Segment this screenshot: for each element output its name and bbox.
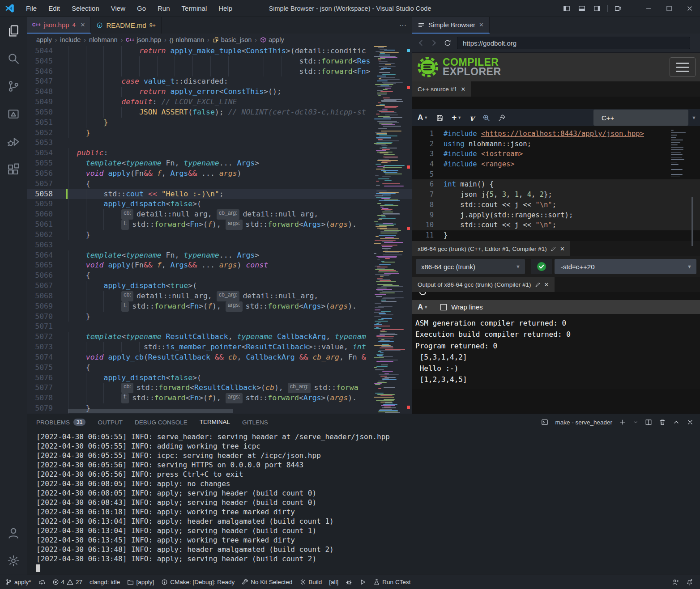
status-problems-status[interactable]: 427 bbox=[49, 575, 86, 589]
pencil-icon[interactable] bbox=[551, 246, 556, 252]
status-notifications[interactable] bbox=[683, 575, 696, 589]
panel-tab-problems[interactable]: PROBLEMS31 bbox=[36, 414, 85, 430]
code-editor[interactable]: 5044return apply_make_tuple<ConstThis>(d… bbox=[27, 46, 412, 414]
close-icon[interactable]: ✕ bbox=[544, 281, 549, 288]
horizontal-scrollbar[interactable] bbox=[68, 409, 233, 413]
add-pane-icon[interactable]: +▼ bbox=[452, 113, 461, 123]
language-select[interactable]: C++ bbox=[593, 110, 688, 126]
menu-view[interactable]: View bbox=[105, 0, 131, 17]
activity-settings-gear-icon[interactable] bbox=[0, 547, 27, 575]
url-input[interactable]: https://godbolt.org bbox=[457, 37, 690, 49]
menu-selection[interactable]: Selection bbox=[66, 0, 105, 17]
save-icon[interactable] bbox=[436, 114, 444, 122]
panel-tab-output[interactable]: OUTPUT bbox=[98, 414, 123, 430]
close-icon[interactable]: ✕ bbox=[479, 21, 484, 28]
font-size-icon[interactable]: A▼ bbox=[418, 113, 428, 122]
activity-source-control-icon[interactable] bbox=[0, 72, 27, 100]
status-launch-target[interactable] bbox=[356, 575, 370, 589]
close-icon[interactable] bbox=[679, 0, 700, 17]
breadcrumb[interactable]: apply›include›nlohmann›C++json.hpp›{}nlo… bbox=[27, 34, 412, 46]
activity-files-icon[interactable] bbox=[0, 17, 27, 45]
breadcrumb-item[interactable]: include bbox=[60, 36, 81, 43]
layout-right-icon[interactable] bbox=[589, 0, 605, 17]
close-icon[interactable]: ✕ bbox=[81, 21, 85, 28]
menu-edit[interactable]: Edit bbox=[43, 0, 66, 17]
browser-code-editor[interactable]: 1#include <https://localhost:8443/apply/… bbox=[412, 126, 700, 241]
status-build-status[interactable]: Build bbox=[296, 575, 325, 589]
layout-panel-icon[interactable] bbox=[574, 0, 589, 17]
close-icon[interactable]: ✕ bbox=[560, 246, 565, 252]
chevron-down-icon[interactable] bbox=[633, 420, 638, 425]
plus-icon[interactable] bbox=[619, 419, 626, 426]
code-line-5051: 5051} bbox=[27, 118, 412, 128]
minimap[interactable] bbox=[374, 46, 405, 414]
chevron-up-icon[interactable] bbox=[673, 419, 680, 426]
panel-tab-debug-console[interactable]: DEBUG CONSOLE bbox=[135, 414, 188, 430]
status-folder-status[interactable]: [apply] bbox=[124, 575, 158, 589]
editor-more-actions[interactable]: ··· bbox=[399, 17, 412, 34]
activity-search-icon[interactable] bbox=[0, 45, 27, 72]
tab-badge: 4 bbox=[73, 22, 76, 28]
source-pane-header: C++ source #1 ✕ bbox=[412, 81, 700, 97]
font-size-icon[interactable]: A▼ bbox=[418, 303, 428, 312]
forward-icon[interactable] bbox=[430, 39, 438, 47]
breadcrumb-item[interactable]: nlohmann bbox=[89, 36, 118, 43]
status-kit-status[interactable]: No Kit Selected bbox=[238, 575, 296, 589]
tab-json.hpp[interactable]: C++json.hpp4✕ bbox=[27, 17, 91, 34]
pin-icon[interactable] bbox=[498, 114, 506, 122]
layout-customize-icon[interactable] bbox=[610, 0, 626, 17]
menu-bar: FileEditSelectionViewGoRunTerminalHelp bbox=[20, 0, 238, 17]
close-icon[interactable] bbox=[687, 419, 694, 426]
menu-run[interactable]: Run bbox=[152, 0, 176, 17]
activity-extensions-icon[interactable] bbox=[0, 156, 27, 183]
breadcrumb-item[interactable]: basic_json bbox=[213, 36, 252, 43]
tab-compiler[interactable]: x86-64 gcc (trunk) (C++, Editor #1, Comp… bbox=[412, 241, 570, 256]
compiler-options-input[interactable]: -std=c++20 ▼ bbox=[555, 259, 696, 274]
activity-account-icon[interactable] bbox=[0, 519, 27, 547]
menu-terminal[interactable]: Terminal bbox=[176, 0, 213, 17]
status-feedback[interactable] bbox=[669, 575, 683, 589]
activity-cmake-icon[interactable] bbox=[0, 100, 27, 128]
maximize-icon[interactable] bbox=[659, 0, 679, 17]
breadcrumb-item[interactable]: apply bbox=[36, 36, 52, 43]
wrap-lines-checkbox[interactable] bbox=[440, 304, 447, 310]
tab-cpp-source[interactable]: C++ source #1 ✕ bbox=[412, 81, 471, 97]
menu-help[interactable]: Help bbox=[213, 0, 238, 17]
tab-simple-browser[interactable]: Simple Browser ✕ bbox=[412, 17, 490, 34]
minimize-icon[interactable] bbox=[638, 0, 659, 17]
menu-go[interactable]: Go bbox=[131, 0, 152, 17]
split-icon[interactable] bbox=[645, 419, 652, 426]
breadcrumb-item[interactable]: C++json.hpp bbox=[126, 36, 161, 43]
terminal-title[interactable]: make - serve_header bbox=[555, 419, 612, 426]
tab-output[interactable]: Output of x86-64 gcc (trunk) (Compiler #… bbox=[412, 277, 555, 292]
activity-debug-icon[interactable] bbox=[0, 128, 27, 156]
reload-icon[interactable] bbox=[444, 39, 452, 47]
status-ctest-status[interactable]: Run CTest bbox=[370, 575, 414, 589]
back-icon[interactable] bbox=[417, 39, 425, 47]
pencil-icon[interactable] bbox=[535, 282, 541, 288]
vim-mode-icon[interactable]: v bbox=[470, 113, 474, 123]
tab-README.md[interactable]: README.md9+ bbox=[91, 17, 161, 34]
info-file-icon bbox=[96, 22, 103, 29]
status-build-target[interactable]: [all] bbox=[325, 575, 342, 589]
zoom-in-icon[interactable] bbox=[482, 114, 490, 122]
chevron-down-icon[interactable]: ▼ bbox=[691, 115, 696, 120]
menu-file[interactable]: File bbox=[20, 0, 43, 17]
browser-scrollbar[interactable] bbox=[691, 197, 693, 246]
hamburger-menu-icon[interactable] bbox=[670, 57, 696, 77]
panel-tab-gitlens[interactable]: GITLENS bbox=[242, 414, 268, 430]
close-icon[interactable]: ✕ bbox=[461, 86, 466, 93]
status-debug-target[interactable] bbox=[342, 575, 356, 589]
class-icon bbox=[213, 37, 219, 43]
layout-sidebar-icon[interactable] bbox=[559, 0, 574, 17]
status-cmake-status[interactable]: CMake: [Debug]: Ready bbox=[158, 575, 238, 589]
panel-tab-terminal[interactable]: TERMINAL bbox=[200, 414, 230, 430]
trash-icon[interactable] bbox=[659, 419, 666, 426]
compiler-select[interactable]: x86-64 gcc (trunk) ▼ bbox=[416, 259, 525, 274]
status-branch-status[interactable]: apply* bbox=[2, 575, 35, 589]
breadcrumb-item[interactable]: apply bbox=[260, 36, 284, 43]
status-sync-status[interactable] bbox=[35, 575, 49, 589]
terminal-content[interactable]: [2022-04-30 06:05:55] INFO: serve_header… bbox=[27, 432, 390, 573]
breadcrumb-item[interactable]: {}nlohmann bbox=[170, 36, 204, 43]
status-clangd-status[interactable]: clangd: idle bbox=[86, 575, 124, 589]
